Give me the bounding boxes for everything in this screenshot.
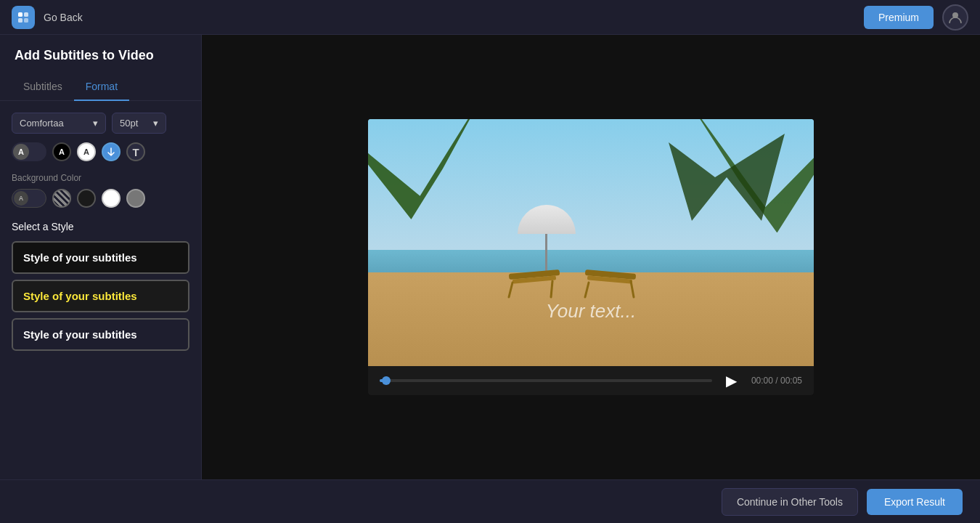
- tab-format[interactable]: Format: [74, 73, 129, 101]
- header: Go Back Premium: [0, 0, 980, 35]
- bg-color-toggle[interactable]: A: [12, 189, 46, 208]
- continue-other-tools-button[interactable]: Continue in Other Tools: [722, 488, 858, 516]
- svg-rect-3: [24, 18, 28, 23]
- go-back-button[interactable]: Go Back: [44, 12, 83, 23]
- progress-bar[interactable]: [380, 379, 712, 382]
- select-style-label: Select a Style: [12, 221, 189, 232]
- tabs-bar: Subtitles Format: [0, 73, 201, 101]
- umbrella-top: [518, 205, 576, 234]
- sidebar-content: Comfortaa ▾ 50pt ▾ A A A: [0, 101, 201, 479]
- header-right: Premium: [864, 4, 968, 31]
- font-family-value: Comfortaa: [20, 118, 64, 129]
- chevron-down-icon: ▾: [93, 118, 98, 129]
- bg-color-black[interactable]: [77, 189, 96, 208]
- svg-line-7: [509, 283, 513, 297]
- text-color-black[interactable]: A: [52, 142, 71, 161]
- svg-rect-1: [24, 12, 28, 17]
- app-logo: [12, 6, 35, 29]
- page-title: Add Subtitles to Video: [0, 35, 201, 73]
- time-separator: /: [775, 376, 780, 386]
- premium-button[interactable]: Premium: [864, 6, 934, 29]
- progress-dot: [382, 376, 391, 385]
- svg-line-11: [585, 283, 589, 297]
- svg-rect-0: [18, 12, 23, 17]
- video-thumbnail: Your text...: [368, 119, 814, 366]
- time-display: 00:00 / 00:05: [751, 376, 802, 386]
- svg-rect-2: [18, 18, 23, 23]
- video-text-overlay: Your text...: [368, 300, 814, 323]
- header-left: Go Back: [12, 6, 83, 29]
- sidebar: Add Subtitles to Video Subtitles Format …: [0, 35, 202, 479]
- tab-subtitles[interactable]: Subtitles: [12, 73, 74, 101]
- video-container: Your text... ▶ 00:00 / 00:05: [368, 119, 814, 395]
- font-size-value: 50pt: [120, 118, 138, 129]
- svg-line-8: [551, 281, 552, 297]
- style-option-3[interactable]: Style of your subtitles: [12, 318, 189, 351]
- text-color-toggle[interactable]: A: [12, 142, 46, 161]
- text-format-t[interactable]: T: [126, 142, 145, 161]
- background-color-row: A: [12, 189, 189, 208]
- bg-color-gray[interactable]: [126, 189, 145, 208]
- svg-line-12: [631, 281, 634, 297]
- text-style-row: A A A T: [12, 142, 189, 161]
- font-family-select[interactable]: Comfortaa ▾: [12, 113, 106, 134]
- total-time: 00:05: [780, 376, 802, 386]
- style-option-2[interactable]: Style of your subtitles: [12, 280, 189, 312]
- style-option-1[interactable]: Style of your subtitles: [12, 241, 189, 274]
- video-controls: ▶ 00:00 / 00:05: [368, 366, 814, 395]
- progress-fill: [380, 379, 386, 382]
- video-area: Your text... ▶ 00:00 / 00:05: [202, 35, 980, 479]
- font-size-select[interactable]: 50pt ▾: [112, 113, 166, 134]
- text-color-white[interactable]: A: [77, 142, 96, 161]
- text-align-icon[interactable]: [102, 142, 121, 161]
- bg-striped-option[interactable]: [52, 189, 71, 208]
- chevron-down-icon-size: ▾: [153, 118, 158, 129]
- bg-color-white[interactable]: [102, 189, 121, 208]
- export-result-button[interactable]: Export Result: [867, 489, 963, 515]
- current-time: 00:00: [751, 376, 773, 386]
- beach-chairs: [502, 246, 647, 304]
- font-row: Comfortaa ▾ 50pt ▾: [12, 113, 189, 134]
- main-layout: Add Subtitles to Video Subtitles Format …: [0, 35, 980, 479]
- play-button[interactable]: ▶: [721, 372, 743, 389]
- background-color-label: Background Color: [12, 173, 189, 183]
- footer: Continue in Other Tools Export Result: [0, 479, 980, 523]
- avatar[interactable]: [942, 4, 968, 31]
